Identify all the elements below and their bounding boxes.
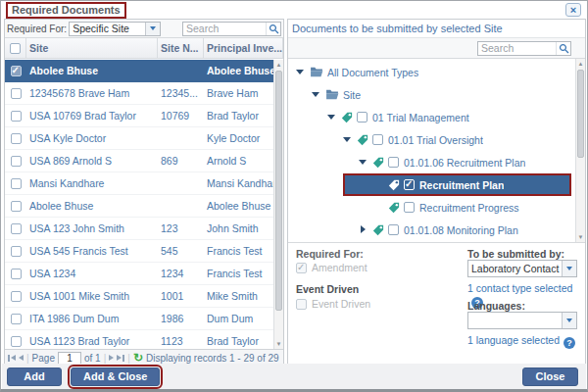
column-principal-investigator[interactable]: Principal Inve... <box>204 38 283 58</box>
search-icon[interactable] <box>266 23 280 35</box>
last-page-button[interactable] <box>117 355 124 362</box>
tree-scrollbar[interactable]: ▲ ▼ <box>575 59 585 242</box>
site-toolbar: Required For: Specific Site <box>5 20 283 38</box>
cell-site-number: 12345... <box>158 87 204 99</box>
scrollbar-thumb[interactable] <box>577 70 584 158</box>
expander-icon[interactable] <box>374 180 383 189</box>
chevron-down-icon[interactable] <box>562 313 576 328</box>
document-search-input[interactable] <box>478 42 556 54</box>
search-icon[interactable] <box>556 42 570 55</box>
node-checkbox[interactable]: ✓ <box>372 134 383 145</box>
tree-node-label: Site <box>343 89 361 101</box>
table-row[interactable]: ✓ 12345678 Brave Ham 12345... Brave Ham <box>5 82 283 105</box>
table-row[interactable]: ✓ USA 1234 1234 Francis Test <box>5 263 283 285</box>
expander-icon[interactable] <box>327 113 336 122</box>
table-row[interactable]: ✓ USA 1001 Mike Smith 1001 Mike Smith <box>5 285 283 308</box>
node-checkbox[interactable]: ✓ <box>357 112 368 122</box>
row-checkbox-cell: ✓ <box>5 223 26 234</box>
language-selected-link[interactable]: 1 language selected <box>467 334 560 346</box>
page-number-input[interactable] <box>58 352 81 365</box>
site-table-scrollbar[interactable]: ▲ ▼ <box>273 60 283 349</box>
required-documents-dialog: Required Documents × Required For: Speci… <box>0 0 588 392</box>
help-icon[interactable]: ? <box>564 337 575 349</box>
node-icon <box>341 112 353 123</box>
cell-site: USA 1123 Brad Taylor <box>26 335 158 347</box>
tree-node[interactable]: ✓ Site <box>288 83 585 106</box>
row-checkbox[interactable]: ✓ <box>11 223 22 234</box>
dialog-close-icon[interactable]: × <box>565 3 581 17</box>
expander-icon[interactable] <box>359 158 368 167</box>
row-checkbox[interactable]: ✓ <box>11 156 22 167</box>
cell-site-number: 869 <box>158 155 204 167</box>
row-checkbox[interactable]: ✓ <box>11 314 22 324</box>
tree-node[interactable]: ✓ Recruitment Progress <box>288 196 585 219</box>
add-button[interactable]: Add <box>7 368 62 386</box>
table-row[interactable]: ✓ USA 545 Francis Test 545 Francis Test <box>5 240 283 263</box>
table-row[interactable]: ✓ USA 123 John Smith 123 John Smith <box>5 218 283 240</box>
tree-node[interactable]: ✓ 01 Trial Management <box>288 106 585 128</box>
table-row[interactable]: ✓ Abolee Bhuse Abolee Bhuse <box>5 195 283 218</box>
node-checkbox[interactable]: ✓ <box>404 179 415 190</box>
row-checkbox[interactable]: ✓ <box>11 66 22 76</box>
header-checkbox[interactable]: ✓ <box>10 43 21 54</box>
first-page-button[interactable] <box>8 355 16 362</box>
cell-site-number: 123 <box>158 222 204 234</box>
chevron-down-icon[interactable] <box>145 23 160 35</box>
row-checkbox[interactable]: ✓ <box>11 133 22 144</box>
table-row[interactable]: ✓ ITA 1986 Dum Dum 1986 Dum Dum <box>5 308 283 330</box>
prev-page-button[interactable] <box>19 355 24 361</box>
table-row[interactable]: ✓ USA 1123 Brad Taylor 1123 Brad Taylor <box>5 330 283 349</box>
node-checkbox[interactable]: ✓ <box>388 157 399 168</box>
add-and-close-button[interactable]: Add & Close <box>71 368 160 386</box>
row-checkbox[interactable]: ✓ <box>11 88 22 99</box>
tree-node[interactable]: ✓ 01.01 Trial Oversight <box>288 128 585 151</box>
table-row[interactable]: ✓ Abolee Bhuse Abolee Bhuse <box>5 60 283 82</box>
table-row[interactable]: ✓ USA Kyle Doctor Kyle Doctor <box>5 127 283 150</box>
tree-node[interactable]: ✓ Recruitment Plan <box>288 173 585 196</box>
languages-dropdown[interactable] <box>467 312 577 329</box>
close-button[interactable]: Close <box>522 368 578 386</box>
row-checkbox[interactable]: ✓ <box>11 246 22 257</box>
column-site-number[interactable]: Site N... <box>158 38 204 58</box>
expander-icon[interactable] <box>359 225 368 234</box>
cell-site: USA Kyle Doctor <box>26 132 158 144</box>
scrollbar-thumb[interactable] <box>275 71 282 311</box>
node-checkbox[interactable]: ✓ <box>404 202 415 213</box>
row-checkbox[interactable]: ✓ <box>11 111 22 122</box>
tree-node[interactable]: ✓ All Document Types <box>288 61 585 83</box>
tree-node-label: 01.01.08 Monitoring Plan <box>404 224 518 236</box>
expander-icon[interactable] <box>296 68 305 76</box>
expander-icon[interactable] <box>343 135 352 144</box>
contact-type-selected-link[interactable]: 1 contact type selected <box>467 282 572 294</box>
refresh-icon[interactable]: ↻ <box>133 352 143 364</box>
dialog-title: Required Documents <box>6 2 126 19</box>
table-row[interactable]: ✓ USA 10769 Brad Taylor 10769 Brad Taylo… <box>5 105 283 127</box>
row-checkbox[interactable]: ✓ <box>11 178 22 189</box>
node-checkbox[interactable]: ✓ <box>388 224 399 235</box>
scroll-down-icon[interactable]: ▼ <box>576 232 585 242</box>
tree-node[interactable]: ✓ 01.01.08 Monitoring Plan <box>288 219 585 241</box>
scroll-up-icon[interactable]: ▲ <box>576 59 585 69</box>
scroll-down-icon[interactable]: ▼ <box>274 339 283 349</box>
expander-icon[interactable] <box>312 90 320 99</box>
scroll-up-icon[interactable]: ▲ <box>274 60 283 70</box>
row-checkbox[interactable]: ✓ <box>11 201 22 212</box>
table-row[interactable]: ✓ Mansi Kandhare Mansi Kandhare <box>5 172 283 195</box>
row-checkbox[interactable]: ✓ <box>11 269 22 279</box>
row-checkbox[interactable]: ✓ <box>11 336 22 347</box>
column-site[interactable]: Site <box>26 38 158 58</box>
row-checkbox-cell: ✓ <box>5 88 26 99</box>
documents-panel: Documents to be submitted by selected Si… <box>287 19 586 365</box>
required-for-dropdown[interactable]: Specific Site <box>69 22 161 36</box>
expander-icon[interactable] <box>374 203 383 212</box>
row-checkbox[interactable]: ✓ <box>11 291 22 302</box>
table-row[interactable]: ✓ USA 869 Arnold S 869 Arnold S <box>5 150 283 172</box>
next-page-button[interactable] <box>109 355 114 361</box>
tree-node-label: 01.01.06 Recruitment Plan <box>404 157 525 169</box>
row-checkbox-cell: ✓ <box>5 178 26 189</box>
pager-status: Displaying records 1 - 29 of 29 <box>146 353 279 364</box>
submitted-by-dropdown[interactable]: Laboratory Contact <box>467 260 577 277</box>
tree-node[interactable]: ✓ 01.01.06 Recruitment Plan <box>288 151 585 173</box>
site-search-input[interactable] <box>183 23 266 34</box>
chevron-down-icon[interactable] <box>562 261 576 276</box>
